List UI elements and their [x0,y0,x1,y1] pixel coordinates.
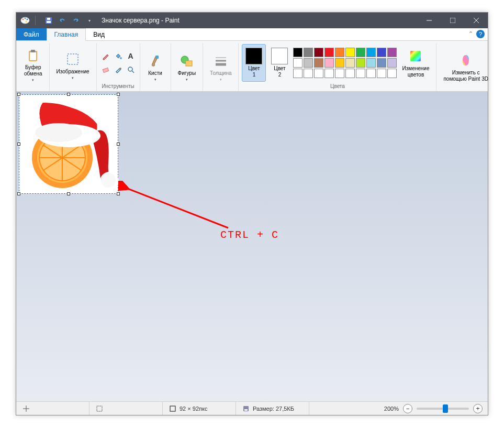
color-swatch[interactable] [293,48,303,57]
qat-customize[interactable]: ▾ [84,15,95,26]
fill-tool[interactable] [113,50,124,62]
undo-button[interactable] [57,15,68,26]
selection-handle[interactable] [117,143,120,146]
color-swatch[interactable] [377,58,386,68]
color-swatch[interactable] [324,69,334,78]
color-swatch[interactable] [387,58,397,68]
select-icon [64,51,81,68]
shapes-label: Фигуры [178,70,196,76]
canvas-area[interactable]: CTRL + C [16,92,488,401]
tab-file[interactable]: Файл [16,28,47,40]
color-swatch[interactable] [324,58,334,68]
color-swatch[interactable] [304,48,313,57]
edit-colors-button[interactable]: Изменение цветов [398,44,433,82]
edit-colors-icon [407,48,424,64]
color-swatch[interactable] [345,69,355,78]
text-tool[interactable]: A [125,50,137,62]
cursor-pos-icon [23,405,30,412]
svg-point-31 [35,123,82,142]
color-1-swatch [245,48,262,64]
clipboard-icon [25,49,41,63]
svg-line-34 [128,189,228,228]
svg-rect-41 [244,409,248,411]
svg-rect-9 [450,18,455,23]
selection-handle[interactable] [117,93,120,96]
maximize-button[interactable] [441,13,464,28]
color-swatch[interactable] [356,48,365,57]
color-swatch[interactable] [314,69,323,78]
color-swatch[interactable] [366,48,376,57]
pencil-tool[interactable] [100,50,111,62]
color-swatch[interactable] [293,58,303,68]
color-swatch[interactable] [345,58,355,68]
color-picker-tool[interactable] [113,63,124,76]
color-swatch[interactable] [335,48,344,57]
tools-group-label: Инструменты [102,82,134,91]
close-button[interactable] [464,13,488,28]
color-swatch[interactable] [356,58,365,68]
collapse-ribbon-button[interactable]: ⌃ [468,30,473,37]
color-swatch[interactable] [304,69,313,78]
tab-view[interactable]: Вид [86,28,112,40]
color-swatch[interactable] [356,69,365,78]
svg-rect-38 [170,406,175,411]
selection-size-icon [96,405,103,412]
tab-home[interactable]: Главная [47,28,86,41]
magnifier-tool[interactable] [125,63,137,76]
selection-handle[interactable] [117,192,120,195]
svg-rect-39 [170,406,175,411]
color-swatch[interactable] [314,58,323,68]
minimize-button[interactable] [417,13,441,28]
svg-point-3 [27,19,28,20]
shapes-icon [178,52,195,69]
color-swatch[interactable] [366,58,376,68]
zoom-slider[interactable] [417,408,469,410]
selection-handle[interactable] [17,93,20,96]
ribbon-tabs: Файл Главная Вид ⌃ ? [16,28,488,41]
color-1-button[interactable]: Цвет 1 [242,44,266,82]
color-swatch[interactable] [387,69,397,78]
svg-rect-7 [47,18,50,20]
clipboard-button[interactable]: Буфер обмена ▾ [20,47,46,84]
color-swatch[interactable] [377,69,386,78]
selection-handle[interactable] [67,192,70,195]
color-swatch[interactable] [314,48,323,57]
svg-line-20 [132,71,134,73]
shapes-button[interactable]: Фигуры ▾ [174,48,199,86]
color-swatch[interactable] [293,69,303,78]
image-select-button[interactable]: Изображение ▾ [53,47,93,84]
zoom-in-button[interactable]: + [473,404,483,413]
canvas-selection[interactable] [19,94,118,194]
svg-point-33 [101,173,116,188]
eraser-tool[interactable] [100,63,111,76]
color-swatch[interactable] [366,69,376,78]
tools-grid: A [100,50,137,76]
help-button[interactable]: ? [476,30,485,38]
status-cursor-pos [16,402,89,415]
color-swatch[interactable] [345,48,355,57]
brushes-button[interactable]: Кисти ▾ [143,48,167,86]
selection-handle[interactable] [17,192,20,195]
color-2-swatch [271,48,288,64]
redo-button[interactable] [70,15,82,26]
color-swatch[interactable] [335,69,344,78]
svg-rect-17 [103,68,108,72]
color-2-button[interactable]: Цвет 2 [267,44,292,82]
zoom-out-button[interactable]: − [403,404,412,413]
selection-handle[interactable] [67,93,70,96]
color-swatch[interactable] [377,48,386,57]
svg-rect-6 [47,21,51,23]
paint-3d-button[interactable]: Изменить с помощью Paint 3D [440,48,491,86]
color-swatch[interactable] [304,58,313,68]
svg-rect-15 [68,54,78,64]
color-swatch[interactable] [324,48,334,57]
selection-handle[interactable] [17,143,20,146]
ribbon: Буфер обмена ▾ Изображение ▾ [16,41,488,92]
save-button[interactable] [43,15,54,26]
color-swatch[interactable] [335,58,344,68]
color-swatch[interactable] [387,48,397,57]
titlebar: ▾ Значок сервера.png - Paint [16,13,488,28]
canvas-image [19,95,119,194]
size-button[interactable]: Толщина ▾ [206,48,235,86]
svg-rect-13 [30,52,36,60]
